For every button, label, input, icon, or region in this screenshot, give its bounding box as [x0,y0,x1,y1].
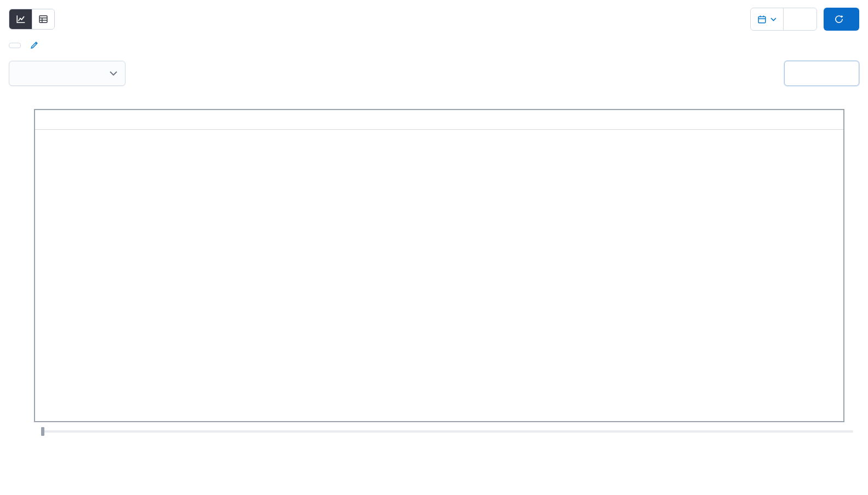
context-chart[interactable] [35,364,843,421]
y-axis-labels [9,109,31,422]
detector-select[interactable] [9,61,125,86]
scrollbar-right-handle[interactable] [41,427,44,436]
refresh-button[interactable] [824,8,859,31]
context-scrollbar[interactable] [43,427,853,436]
zoom-bar [35,110,843,130]
focus-chart[interactable] [35,130,843,350]
start-time-button[interactable] [784,8,799,30]
chart-panel-wrap [9,109,859,422]
chart-view-button[interactable] [9,9,32,29]
header-right [750,8,859,31]
view-toggle-group [9,9,55,30]
refresh-icon [835,15,843,24]
datepicker-quick-menu-button[interactable] [751,8,784,30]
chevron-down-icon [110,71,117,76]
job-selection-bar [9,41,859,50]
table-view-button[interactable] [32,9,54,29]
end-time-button[interactable] [801,8,816,30]
chevron-down-icon [770,18,776,21]
chart-panel [34,109,844,422]
calendar-icon [757,15,767,24]
table-icon [38,14,48,24]
x-axis-labels [35,350,843,364]
time-range-picker [750,8,817,31]
line-chart-icon [16,14,26,24]
edit-job-selection-link[interactable] [30,41,43,50]
scrollbar-track[interactable] [43,430,853,433]
pencil-icon [30,41,39,50]
job-badge [9,43,21,48]
single-metric-viewer-page [0,0,868,436]
app-header [9,8,859,31]
detector-row [9,61,859,86]
header-left [9,9,64,30]
forecast-button[interactable] [784,61,859,86]
